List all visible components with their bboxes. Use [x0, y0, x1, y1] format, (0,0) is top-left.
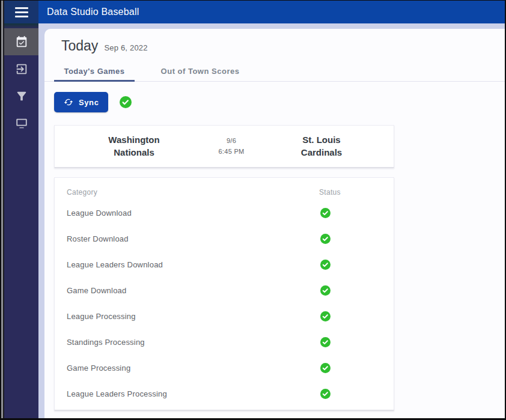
table-row: League Leaders Download	[55, 252, 394, 278]
success-check-icon	[320, 260, 331, 270]
game-date: 9/6	[213, 136, 249, 147]
app-root: Data Studio Baseball	[4, 1, 505, 418]
category-label: Roster Download	[67, 234, 319, 243]
status-table-body: League Download	[55, 200, 394, 407]
sync-button-label: Sync	[79, 98, 99, 107]
table-row: League Processing	[55, 303, 394, 329]
status-table-header: Category Status	[55, 178, 394, 200]
status-column-header: Status	[319, 188, 394, 196]
success-check-icon	[320, 337, 331, 347]
main-content: Today Sep 6, 2022 Today's Games Out of T…	[44, 29, 505, 418]
sidebar-item-filter[interactable]	[4, 82, 38, 109]
tab-bar: Today's Games Out of Town Scores	[44, 62, 505, 82]
table-row: Standings Processing	[55, 329, 394, 355]
page-date: Sep 6, 2022	[104, 43, 147, 52]
app-title: Data Studio Baseball	[38, 1, 139, 23]
app-window: Data Studio Baseball	[1, 1, 505, 418]
monitor-icon	[15, 117, 28, 130]
sync-status-card: Category Status League Download	[54, 177, 394, 410]
game-time: 6:45 PM	[213, 147, 249, 157]
sidebar-item-import[interactable]	[4, 55, 38, 82]
category-label: Game Download	[67, 286, 319, 295]
calendar-check-icon	[15, 35, 28, 49]
category-label: League Leaders Download	[67, 260, 319, 269]
page-title: Today	[61, 38, 98, 54]
success-check-icon	[320, 208, 331, 218]
category-column-header: Category	[67, 188, 319, 196]
page-header: Today Sep 6, 2022	[44, 29, 505, 54]
category-label: League Download	[67, 208, 319, 218]
tab-todays-games[interactable]: Today's Games	[54, 62, 135, 82]
away-team-name: Washington Nationals	[55, 134, 213, 159]
category-label: Standings Processing	[67, 338, 319, 347]
refresh-icon	[64, 97, 73, 107]
status-cell	[319, 260, 394, 270]
filter-icon	[15, 90, 28, 103]
success-check-icon	[320, 389, 331, 399]
table-row: League Download	[55, 200, 394, 226]
sidebar-top-strip	[4, 23, 38, 28]
sidebar-nav	[4, 23, 38, 418]
status-cell	[319, 311, 394, 321]
status-cell	[319, 363, 394, 373]
app-header: Data Studio Baseball	[4, 1, 505, 23]
status-cell	[319, 208, 394, 218]
category-label: League Leaders Processing	[67, 389, 319, 398]
success-check-icon	[320, 311, 331, 321]
status-cell	[319, 234, 394, 244]
category-label: Game Processing	[67, 364, 319, 373]
success-check-icon	[320, 285, 331, 296]
table-row: Game Download	[55, 278, 394, 303]
status-cell	[319, 337, 394, 347]
sidebar-item-display[interactable]	[4, 109, 38, 136]
status-cell	[319, 285, 394, 296]
success-check-icon	[320, 363, 331, 373]
table-row: Roster Download	[55, 226, 394, 252]
sync-row: Sync	[54, 92, 505, 112]
home-team-name: St. Louis Cardinals	[249, 134, 394, 159]
category-label: League Processing	[67, 312, 319, 321]
sync-button[interactable]: Sync	[54, 92, 108, 112]
menu-button[interactable]	[4, 1, 38, 23]
status-cell	[319, 389, 394, 399]
sidebar-item-today-games[interactable]	[4, 28, 38, 55]
sync-success-check-icon	[120, 96, 132, 108]
hamburger-icon	[15, 7, 28, 17]
tab-out-of-town-scores[interactable]: Out of Town Scores	[147, 62, 254, 82]
table-row: League Leaders Processing	[55, 381, 394, 407]
file-import-icon	[15, 62, 28, 76]
game-datetime: 9/6 6:45 PM	[213, 136, 249, 157]
game-card[interactable]: Washington Nationals 9/6 6:45 PM St. Lou…	[54, 125, 394, 168]
success-check-icon	[320, 234, 331, 244]
table-row: Game Processing	[55, 355, 394, 381]
